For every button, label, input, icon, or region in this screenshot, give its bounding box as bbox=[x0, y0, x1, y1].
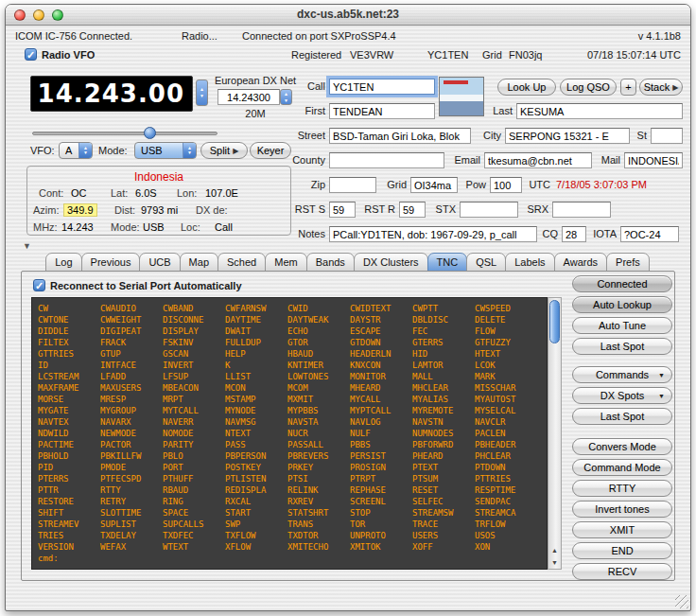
end-button[interactable]: END bbox=[572, 542, 672, 559]
stack-button[interactable]: Stack ▶ bbox=[639, 79, 683, 96]
connected-button[interactable]: Connected bbox=[572, 275, 672, 292]
terminal-token: XOFF bbox=[412, 541, 475, 553]
iota-field[interactable] bbox=[620, 226, 679, 242]
tab-qsl[interactable]: QSL bbox=[466, 253, 506, 272]
terminal-row: MORSEMRESPMRPTMSTAMPMXMITMYCALLMYALIASMY… bbox=[38, 394, 541, 405]
net-frequency-stepper[interactable]: ▲ ▼ bbox=[280, 89, 292, 105]
auto-lookup-button[interactable]: Auto Lookup bbox=[572, 296, 672, 313]
popup-arrow-icon: ▼ bbox=[658, 372, 665, 378]
tab-sched[interactable]: Sched bbox=[218, 253, 266, 272]
rtty-button[interactable]: RTTY bbox=[572, 480, 672, 497]
terminal-token: NDWILD bbox=[38, 428, 100, 439]
radio-vfo-checkbox[interactable]: ✓ bbox=[25, 48, 37, 61]
terminal-token: SCREENL bbox=[350, 496, 412, 507]
plus-button[interactable]: + bbox=[620, 79, 636, 96]
terminal-token: MARK bbox=[475, 371, 537, 382]
srx-field[interactable] bbox=[552, 202, 611, 218]
grid-field[interactable] bbox=[410, 177, 458, 193]
disclosure-triangle-icon[interactable]: ▼ bbox=[23, 241, 31, 251]
terminal-token: MALL bbox=[412, 371, 475, 382]
terminal-token: FULLDUP bbox=[225, 337, 287, 348]
tab-tnc[interactable]: TNC bbox=[427, 253, 468, 272]
street-field[interactable] bbox=[329, 128, 471, 144]
notes-field[interactable] bbox=[329, 226, 537, 242]
tab-log[interactable]: Log bbox=[45, 253, 81, 272]
vfo-select[interactable]: A ▲▼ bbox=[59, 142, 93, 159]
mail-field[interactable] bbox=[624, 152, 683, 168]
auto-tune-button[interactable]: Auto Tune bbox=[572, 317, 672, 334]
app-version: v 4.1.1b8 bbox=[618, 30, 681, 42]
terminal-token: XFLOW bbox=[225, 541, 287, 553]
state-field[interactable] bbox=[651, 128, 683, 144]
net-frequency-field[interactable] bbox=[218, 89, 280, 105]
tab-ucb[interactable]: UCB bbox=[139, 253, 180, 272]
recv-button[interactable]: RECV bbox=[572, 563, 672, 580]
terminal-token: MYALIAS bbox=[412, 394, 475, 405]
email-field[interactable] bbox=[484, 152, 592, 168]
scroll-up-icon[interactable]: ▲ bbox=[548, 545, 561, 556]
command-mode-button[interactable]: Command Mode bbox=[572, 459, 672, 476]
split-label: Split bbox=[210, 145, 230, 156]
last-spot-button[interactable]: Last Spot bbox=[572, 408, 672, 425]
dx-spots-button[interactable]: DX Spots▼ bbox=[572, 387, 672, 404]
mode-select[interactable]: USB ▲▼ bbox=[134, 142, 197, 159]
tab-labels[interactable]: Labels bbox=[505, 253, 554, 272]
tab-previous[interactable]: Previous bbox=[81, 253, 141, 272]
split-button[interactable]: Split ▶ bbox=[200, 142, 248, 159]
close-button[interactable] bbox=[14, 9, 26, 21]
tnc-panel: ✓ Reconnect to Serial Port Automatically… bbox=[21, 271, 675, 581]
commands-button[interactable]: Commands▼ bbox=[572, 366, 672, 383]
terminal-row: CWTONECWWEIGHTDISCONNEDAYTIMEDAYTWEAKDAY… bbox=[38, 314, 541, 326]
tnc-terminal[interactable]: CWCWAUDIOCWBANDCWFARNSWCWIDCWIDTEXTCWPTT… bbox=[31, 297, 548, 570]
county-field[interactable] bbox=[329, 152, 444, 168]
terminal-scrollbar[interactable]: ▲ ▼ bbox=[548, 297, 562, 570]
terminal-token: NAVTEX bbox=[38, 416, 100, 428]
rst-sent-field[interactable] bbox=[329, 202, 356, 218]
xmit-button[interactable]: XMIT bbox=[572, 521, 672, 538]
first-name-field[interactable] bbox=[329, 103, 435, 119]
zoom-button[interactable] bbox=[52, 9, 63, 21]
frequency-stepper[interactable]: ▲ ▼ bbox=[196, 79, 208, 106]
mhz-value: 14.243 bbox=[61, 221, 94, 233]
scroll-down-icon[interactable]: ▼ bbox=[548, 557, 561, 569]
cq-zone-field[interactable] bbox=[562, 226, 586, 242]
terminal-token: PORT bbox=[163, 462, 225, 473]
stx-field[interactable] bbox=[460, 202, 518, 218]
qsl-card-image bbox=[439, 77, 484, 116]
call-field[interactable] bbox=[329, 79, 435, 95]
utc-clock: 07/18 15:07:14 UTC bbox=[552, 49, 681, 61]
log-qso-button[interactable]: Log QSO bbox=[560, 79, 617, 96]
terminal-token: STREAMCA bbox=[475, 507, 537, 519]
city-field[interactable] bbox=[505, 128, 630, 144]
resize-grip[interactable] bbox=[675, 595, 688, 608]
tab-awards[interactable]: Awards bbox=[554, 253, 607, 272]
terminal-token: WTEXT bbox=[163, 541, 225, 553]
last-name-field[interactable] bbox=[516, 103, 683, 119]
tab-map[interactable]: Map bbox=[180, 253, 218, 272]
frequency-slider-thumb[interactable] bbox=[144, 127, 156, 139]
terminal-token: MHCLEAR bbox=[412, 382, 475, 394]
call-label: Call bbox=[295, 80, 325, 92]
rst-received-field[interactable] bbox=[399, 202, 426, 218]
convers-mode-button[interactable]: Convers Mode bbox=[572, 438, 672, 455]
scrollbar-thumb[interactable] bbox=[549, 300, 560, 343]
terminal-token: XON bbox=[475, 541, 537, 553]
look-up-button[interactable]: Look Up bbox=[497, 79, 556, 96]
terminal-token: STATSHRT bbox=[287, 507, 350, 519]
vfo-label: VFO: bbox=[30, 145, 55, 156]
reconnect-checkbox[interactable]: ✓ bbox=[33, 279, 45, 291]
frequency-slider-track[interactable] bbox=[32, 132, 218, 135]
tab-prefs[interactable]: Prefs bbox=[606, 253, 650, 272]
zip-field[interactable] bbox=[329, 177, 376, 193]
tab-dx-clusters[interactable]: DX Clusters bbox=[354, 253, 428, 272]
terminal-token: MYPTCALL bbox=[350, 405, 412, 416]
terminal-token: MRPT bbox=[163, 394, 225, 405]
tab-mem[interactable]: Mem bbox=[265, 253, 306, 272]
invert-tones-button[interactable]: Invert tones bbox=[572, 501, 672, 518]
terminal-token: MYREMOTE bbox=[412, 405, 475, 416]
tab-bands[interactable]: Bands bbox=[306, 253, 355, 272]
terminal-row: FILTEXFRACKFSKINVFULLDUPGTORGTDOWNGTERRS… bbox=[38, 337, 541, 348]
minimize-button[interactable] bbox=[33, 9, 44, 21]
power-field[interactable] bbox=[490, 177, 522, 193]
last-spot-button[interactable]: Last Spot bbox=[572, 338, 672, 355]
